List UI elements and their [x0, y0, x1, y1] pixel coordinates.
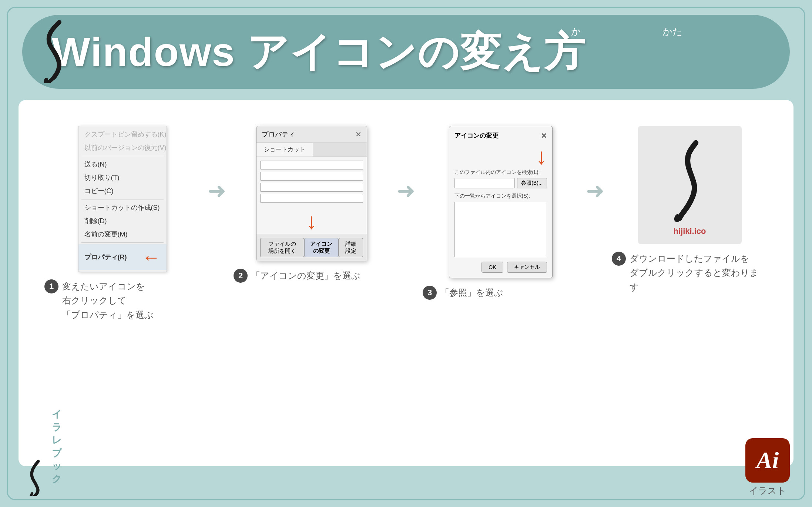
step-1-badge: 1 [44, 279, 58, 293]
bottom-left-section: イラレブック [22, 459, 48, 496]
icon-cancel-button[interactable]: キャンセル [507, 262, 547, 273]
dialog-titlebar-2: プロパティ ✕ [256, 126, 367, 143]
context-menu-item-7: 削除(D) [78, 214, 167, 228]
dialog-footer-2: ファイルの場所を開く アイコンの変更 詳細設定 [256, 234, 367, 261]
arrow-right-2-icon: ➜ [397, 178, 415, 204]
header-ruby: か かた [571, 25, 682, 38]
step-2-container: プロパティ ✕ ショートカット [230, 118, 393, 283]
prop-input-1[interactable] [260, 161, 363, 169]
context-menu-item-3: 送る(N) [78, 158, 167, 171]
step-3-badge: 3 [423, 286, 437, 300]
arrow-right-3-icon: ➜ [586, 178, 604, 204]
context-menu-item-4: 切り取り(T) [78, 171, 167, 184]
icon-search-input[interactable] [454, 178, 515, 188]
dialog-tab-shortcut[interactable]: ショートカット [256, 143, 313, 157]
step-4-text: ダウンロードしたファイルを ダブルクリックすると変わります [630, 252, 768, 294]
context-menu-item-1: クスプートビン留めする(K) [78, 128, 167, 141]
result-filename: hijiki.ico [673, 226, 706, 236]
step-3-description: 3 「参照」を選ぶ [419, 286, 582, 300]
red-arrow-left-icon: ← [142, 246, 161, 268]
icon-list-box[interactable] [454, 202, 547, 257]
bottom-right-ai-section: Ai イラスト [745, 438, 790, 497]
icon-search-row: 参照(B)... [454, 178, 547, 188]
context-menu-item-5: コピー(C) [78, 184, 167, 198]
dialog-content-2 [256, 157, 367, 209]
properties-dialog: プロパティ ✕ ショートカット [256, 126, 367, 261]
icon-ref-button[interactable]: 参照(B)... [517, 178, 547, 188]
icon-change-titlebar: アイコンの変更 ✕ [454, 131, 547, 140]
bottom-left-label: イラレブック [52, 408, 62, 486]
btn-detail-settings[interactable]: 詳細設定 [339, 238, 363, 257]
icon-list-label: 下の一覧からアイコンを選択(S): [454, 193, 547, 199]
step-2-badge: 2 [234, 269, 248, 283]
context-menu-item-properties: プロパティ(R) ← [78, 244, 167, 270]
step-3-text: 「参照」を選ぶ [440, 286, 503, 300]
ai-icon: Ai [745, 438, 790, 483]
btn-open-location[interactable]: ファイルの場所を開く [260, 238, 305, 257]
ai-label: イラスト [749, 485, 786, 497]
hijiki-image [660, 134, 719, 223]
step-1-text: 変えたいアイコンを 右クリックして 「プロパティ」を選ぶ [62, 279, 154, 322]
arrow-2-3: ➜ [393, 118, 419, 204]
context-menu-item-6: ショートカットの作成(S) [78, 201, 167, 214]
squiggle-banner-icon [33, 19, 74, 83]
icon-change-dialog: アイコンの変更 ✕ ↓ このファイル内のアイコンを検索(L): 参照(B)...… [449, 126, 553, 278]
red-arrow-down-2-container: ↓ [256, 209, 367, 232]
context-menu: クスプートビン留めする(K) 以前のバージョンの復元(V) 送る(N) 切り取り… [78, 126, 167, 272]
result-image: hijiki.ico [638, 126, 742, 244]
red-arrow-down-3-container: ↓ [454, 144, 547, 168]
step-4-container: hijiki.ico 4 ダウンロードしたファイルを ダブルクリックすると変わり… [608, 118, 771, 294]
arrow-1-2: ➜ [204, 118, 230, 204]
step-1-description: 1 変えたいアイコンを 右クリックして 「プロパティ」を選ぶ [41, 279, 204, 322]
context-menu-item-2: 以前のバージョンの復元(V) [78, 141, 167, 154]
dialog-close-icon[interactable]: ✕ [355, 130, 362, 139]
context-menu-item-8: 名前の変更(M) [78, 228, 167, 241]
icon-dialog-footer: OK キャンセル [454, 262, 547, 273]
step-2-description: 2 「アイコンの変更」を選ぶ [230, 269, 393, 283]
step-4-badge: 4 [612, 252, 626, 266]
context-menu-divider-2 [81, 199, 164, 199]
step-2-text: 「アイコンの変更」を選ぶ [251, 269, 360, 283]
red-arrow-down-2-icon: ↓ [306, 210, 317, 232]
header-banner: か かた Windows アイコンの変え方 [22, 15, 790, 89]
dialog-tab-bar-2: ショートカット [256, 143, 367, 157]
steps-row: クスプートビン留めする(K) 以前のバージョンの復元(V) 送る(N) 切り取り… [41, 118, 771, 448]
step-4-description: 4 ダウンロードしたファイルを ダブルクリックすると変わります [608, 252, 771, 294]
btn-change-icon[interactable]: アイコンの変更 [304, 238, 339, 257]
step-1-container: クスプートビン留めする(K) 以前のバージョンの復元(V) 送る(N) 切り取り… [41, 118, 204, 322]
context-menu-divider-3 [81, 242, 164, 243]
squiggle-bottom-icon [22, 459, 48, 496]
arrow-3-4: ➜ [582, 118, 608, 204]
prop-input-4[interactable] [260, 194, 363, 203]
red-arrow-down-3-icon: ↓ [536, 145, 547, 168]
icon-change-close-icon[interactable]: ✕ [541, 131, 547, 140]
prop-input-3[interactable] [260, 183, 363, 192]
icon-ok-button[interactable]: OK [482, 262, 503, 273]
page-title: Windows アイコンの変え方 [52, 31, 585, 72]
prop-input-2[interactable] [260, 172, 363, 181]
step-3-container: アイコンの変更 ✕ ↓ このファイル内のアイコンを検索(L): 参照(B)...… [419, 118, 582, 300]
icon-search-label: このファイル内のアイコンを検索(L): [454, 169, 547, 176]
context-menu-divider-1 [81, 156, 164, 156]
main-content-card: クスプートビン留めする(K) 以前のバージョンの復元(V) 送る(N) 切り取り… [19, 100, 793, 466]
arrow-right-icon: ➜ [208, 178, 226, 204]
